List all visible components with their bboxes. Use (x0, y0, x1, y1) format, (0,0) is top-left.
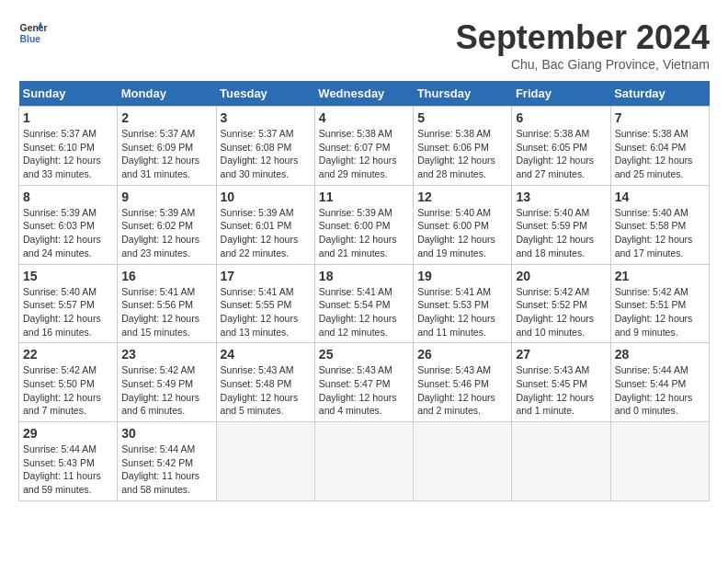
day-number: 27 (516, 347, 606, 362)
calendar-cell: 28Sunrise: 5:44 AMSunset: 5:44 PMDayligh… (610, 343, 709, 422)
calendar-cell: 22Sunrise: 5:42 AMSunset: 5:50 PMDayligh… (19, 343, 118, 422)
page-header: GeneralBlue September 2024 Chu, Bac Gian… (18, 18, 710, 72)
calendar-cell (512, 422, 610, 501)
calendar-week-row: 22Sunrise: 5:42 AMSunset: 5:50 PMDayligh… (19, 343, 710, 422)
svg-text:Blue: Blue (20, 34, 41, 44)
day-number: 28 (615, 347, 705, 362)
day-number: 10 (221, 190, 311, 204)
day-info: Sunrise: 5:37 AMSunset: 6:09 PMDaylight:… (121, 127, 211, 181)
day-info: Sunrise: 5:40 AMSunset: 6:00 PMDaylight:… (417, 206, 507, 260)
calendar-cell: 7Sunrise: 5:38 AMSunset: 6:04 PMDaylight… (610, 107, 709, 186)
calendar-cell: 10Sunrise: 5:39 AMSunset: 6:01 PMDayligh… (216, 185, 314, 264)
day-number: 29 (23, 426, 113, 441)
day-number: 19 (417, 269, 507, 283)
logo: GeneralBlue (18, 18, 51, 48)
day-info: Sunrise: 5:40 AMSunset: 5:58 PMDaylight:… (615, 206, 705, 260)
day-info: Sunrise: 5:43 AMSunset: 5:46 PMDaylight:… (417, 363, 507, 418)
calendar-cell: 2Sunrise: 5:37 AMSunset: 6:09 PMDaylight… (118, 107, 216, 186)
calendar-week-row: 29Sunrise: 5:44 AMSunset: 5:43 PMDayligh… (19, 422, 710, 501)
calendar-cell: 1Sunrise: 5:37 AMSunset: 6:10 PMDaylight… (19, 107, 118, 186)
calendar-cell: 20Sunrise: 5:42 AMSunset: 5:52 PMDayligh… (512, 264, 610, 343)
calendar-cell: 3Sunrise: 5:37 AMSunset: 6:08 PMDaylight… (216, 107, 314, 186)
calendar-cell: 29Sunrise: 5:44 AMSunset: 5:43 PMDayligh… (19, 422, 118, 501)
day-info: Sunrise: 5:41 AMSunset: 5:53 PMDaylight:… (417, 285, 507, 339)
calendar-cell: 25Sunrise: 5:43 AMSunset: 5:47 PMDayligh… (314, 343, 413, 422)
calendar-cell (414, 422, 512, 501)
day-info: Sunrise: 5:39 AMSunset: 6:02 PMDaylight:… (121, 206, 211, 260)
location: Chu, Bac Giang Province, Vietnam (456, 57, 710, 72)
day-number: 23 (121, 347, 211, 362)
day-number: 6 (516, 110, 606, 125)
day-number: 17 (221, 269, 311, 283)
calendar-table: SundayMondayTuesdayWednesdayThursdayFrid… (18, 81, 710, 501)
day-number: 18 (319, 269, 409, 283)
calendar-cell: 15Sunrise: 5:40 AMSunset: 5:57 PMDayligh… (19, 264, 118, 343)
calendar-cell: 9Sunrise: 5:39 AMSunset: 6:02 PMDaylight… (118, 185, 216, 264)
day-of-week-header: Monday (118, 81, 216, 107)
day-number: 12 (417, 190, 507, 204)
calendar-cell: 26Sunrise: 5:43 AMSunset: 5:46 PMDayligh… (414, 343, 512, 422)
day-info: Sunrise: 5:41 AMSunset: 5:55 PMDaylight:… (221, 285, 311, 339)
day-number: 16 (121, 269, 211, 283)
calendar-cell: 4Sunrise: 5:38 AMSunset: 6:07 PMDaylight… (314, 107, 413, 186)
day-of-week-header: Thursday (414, 81, 512, 107)
logo-icon: GeneralBlue (18, 18, 48, 48)
calendar-cell: 24Sunrise: 5:43 AMSunset: 5:48 PMDayligh… (216, 343, 314, 422)
day-info: Sunrise: 5:41 AMSunset: 5:56 PMDaylight:… (121, 285, 211, 339)
calendar-cell: 12Sunrise: 5:40 AMSunset: 6:00 PMDayligh… (414, 185, 512, 264)
svg-text:General: General (20, 23, 48, 33)
day-number: 22 (23, 347, 113, 362)
day-of-week-header: Tuesday (216, 81, 314, 107)
calendar-cell: 27Sunrise: 5:43 AMSunset: 5:45 PMDayligh… (512, 343, 610, 422)
day-info: Sunrise: 5:38 AMSunset: 6:07 PMDaylight:… (319, 127, 409, 181)
days-header-row: SundayMondayTuesdayWednesdayThursdayFrid… (19, 81, 710, 107)
day-info: Sunrise: 5:40 AMSunset: 5:59 PMDaylight:… (516, 206, 606, 260)
calendar-cell: 23Sunrise: 5:42 AMSunset: 5:49 PMDayligh… (118, 343, 216, 422)
day-info: Sunrise: 5:42 AMSunset: 5:49 PMDaylight:… (121, 363, 211, 418)
day-info: Sunrise: 5:38 AMSunset: 6:05 PMDaylight:… (516, 127, 606, 181)
day-info: Sunrise: 5:43 AMSunset: 5:45 PMDaylight:… (516, 363, 606, 418)
day-number: 21 (615, 269, 705, 283)
day-of-week-header: Friday (512, 81, 610, 107)
day-number: 5 (417, 110, 507, 125)
day-number: 1 (23, 110, 113, 125)
day-info: Sunrise: 5:43 AMSunset: 5:48 PMDaylight:… (221, 363, 311, 418)
day-info: Sunrise: 5:38 AMSunset: 6:04 PMDaylight:… (615, 127, 705, 181)
calendar-cell: 17Sunrise: 5:41 AMSunset: 5:55 PMDayligh… (216, 264, 314, 343)
calendar-cell (314, 422, 413, 501)
day-info: Sunrise: 5:43 AMSunset: 5:47 PMDaylight:… (319, 363, 409, 418)
day-info: Sunrise: 5:37 AMSunset: 6:10 PMDaylight:… (23, 127, 113, 181)
day-info: Sunrise: 5:44 AMSunset: 5:44 PMDaylight:… (615, 363, 705, 418)
day-info: Sunrise: 5:39 AMSunset: 6:01 PMDaylight:… (221, 206, 311, 260)
calendar-cell: 8Sunrise: 5:39 AMSunset: 6:03 PMDaylight… (19, 185, 118, 264)
day-info: Sunrise: 5:38 AMSunset: 6:06 PMDaylight:… (417, 127, 507, 181)
day-info: Sunrise: 5:39 AMSunset: 6:00 PMDaylight:… (319, 206, 409, 260)
calendar-cell: 21Sunrise: 5:42 AMSunset: 5:51 PMDayligh… (610, 264, 709, 343)
calendar-week-row: 8Sunrise: 5:39 AMSunset: 6:03 PMDaylight… (19, 185, 710, 264)
day-number: 9 (121, 190, 211, 204)
day-info: Sunrise: 5:37 AMSunset: 6:08 PMDaylight:… (221, 127, 311, 181)
day-info: Sunrise: 5:40 AMSunset: 5:57 PMDaylight:… (23, 285, 113, 339)
day-number: 14 (615, 190, 705, 204)
month-title: September 2024 (456, 18, 710, 57)
calendar-cell: 11Sunrise: 5:39 AMSunset: 6:00 PMDayligh… (314, 185, 413, 264)
day-number: 20 (516, 269, 606, 283)
day-info: Sunrise: 5:41 AMSunset: 5:54 PMDaylight:… (319, 285, 409, 339)
calendar-week-row: 1Sunrise: 5:37 AMSunset: 6:10 PMDaylight… (19, 107, 710, 186)
calendar-cell: 16Sunrise: 5:41 AMSunset: 5:56 PMDayligh… (118, 264, 216, 343)
calendar-cell: 13Sunrise: 5:40 AMSunset: 5:59 PMDayligh… (512, 185, 610, 264)
calendar-cell (216, 422, 314, 501)
day-info: Sunrise: 5:44 AMSunset: 5:42 PMDaylight:… (121, 442, 211, 497)
day-number: 25 (319, 347, 409, 362)
day-number: 4 (319, 110, 409, 125)
day-number: 8 (23, 190, 113, 204)
day-info: Sunrise: 5:42 AMSunset: 5:52 PMDaylight:… (516, 285, 606, 339)
day-number: 26 (417, 347, 507, 362)
day-number: 24 (221, 347, 311, 362)
day-number: 30 (121, 426, 211, 441)
day-info: Sunrise: 5:39 AMSunset: 6:03 PMDaylight:… (23, 206, 113, 260)
calendar-cell: 6Sunrise: 5:38 AMSunset: 6:05 PMDaylight… (512, 107, 610, 186)
day-number: 2 (121, 110, 211, 125)
day-number: 11 (319, 190, 409, 204)
day-number: 7 (615, 110, 705, 125)
